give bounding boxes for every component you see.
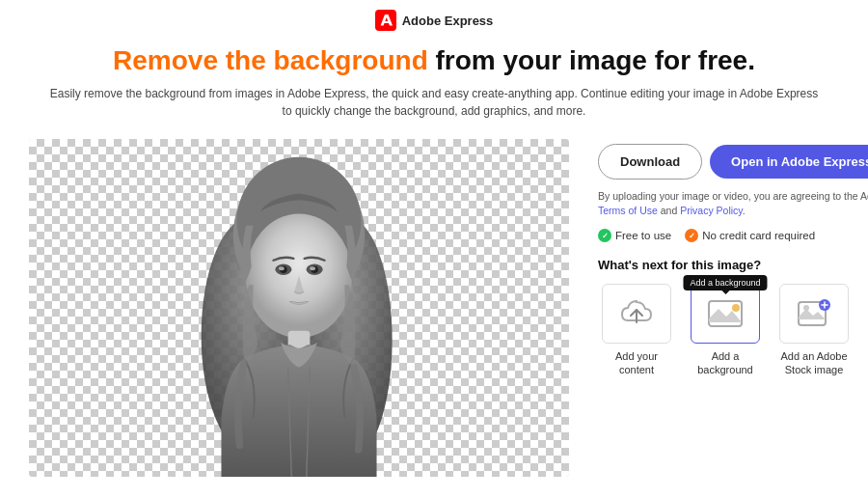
open-adobe-express-button[interactable]: Open in Adobe Express xyxy=(710,145,868,179)
terms-intro: By uploading your image or video, you ar… xyxy=(598,190,868,202)
header: Adobe Express xyxy=(0,0,868,39)
add-content-icon-box xyxy=(602,284,671,344)
svg-point-11 xyxy=(310,266,315,270)
hero-heading-rest: from your image for free. xyxy=(428,45,755,75)
next-card-adobe-stock[interactable]: Add an Adobe Stock image xyxy=(775,284,853,377)
check-green-icon: ✓ xyxy=(598,229,611,242)
next-card-add-content[interactable]: Add your content xyxy=(598,284,675,377)
image-container xyxy=(29,139,569,477)
add-background-label: Add a background xyxy=(687,349,764,377)
next-options: Add your content Add a background Add a … xyxy=(598,284,868,377)
download-button[interactable]: Download xyxy=(598,144,702,180)
hero-subtext: Easily remove the background from images… xyxy=(48,85,820,120)
app-name: Adobe Express xyxy=(402,14,494,28)
portrait-image xyxy=(145,139,453,477)
terms-and: and xyxy=(661,205,678,216)
cloud-upload-icon xyxy=(616,295,657,332)
add-content-label: Add your content xyxy=(598,349,675,377)
portrait-area xyxy=(29,139,569,477)
next-card-add-background[interactable]: Add a background Add a background xyxy=(687,284,764,377)
hero-heading: Remove the background from your image fo… xyxy=(19,44,849,77)
main-content: Download Open in Adobe Express By upload… xyxy=(0,129,868,486)
adobe-stock-icon xyxy=(794,295,834,332)
svg-point-17 xyxy=(803,305,809,311)
feature-free-label: Free to use xyxy=(615,230,671,241)
add-background-tooltip: Add a background xyxy=(683,275,767,290)
terms-period: . xyxy=(743,205,746,216)
adobe-stock-label: Add an Adobe Stock image xyxy=(775,349,853,377)
hero-section: Remove the background from your image fo… xyxy=(0,39,868,129)
terms-text: By uploading your image or video, you ar… xyxy=(598,189,868,220)
svg-rect-0 xyxy=(375,10,396,31)
features-list: ✓ Free to use ✓ No credit card required xyxy=(598,229,868,242)
whats-next-title: What's next for this image? xyxy=(598,258,868,272)
feature-free: ✓ Free to use xyxy=(598,229,671,242)
svg-point-10 xyxy=(279,266,285,270)
terms-of-use-link[interactable]: Terms of Use xyxy=(598,205,658,216)
action-buttons: Download Open in Adobe Express xyxy=(598,144,868,180)
adobe-logo-icon xyxy=(375,10,396,31)
add-background-icon-box: Add a background xyxy=(691,284,760,344)
hero-heading-highlight: Remove the background xyxy=(113,45,428,75)
feature-no-card-label: No credit card required xyxy=(702,230,815,241)
check-orange-icon: ✓ xyxy=(685,229,698,242)
privacy-policy-link[interactable]: Privacy Policy xyxy=(680,205,743,216)
add-background-icon xyxy=(705,295,746,332)
feature-no-card: ✓ No credit card required xyxy=(685,229,815,242)
adobe-stock-icon-box xyxy=(779,284,849,344)
action-panel: Download Open in Adobe Express By upload… xyxy=(598,139,868,377)
svg-point-15 xyxy=(732,304,740,312)
